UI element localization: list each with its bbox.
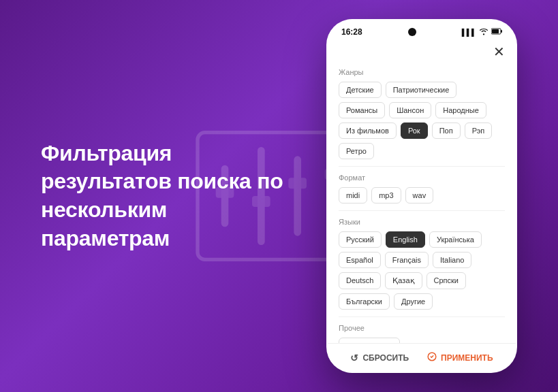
divider-2: [339, 210, 505, 211]
format-section: Формат midi mp3 wav: [339, 174, 505, 203]
tag-russkiy[interactable]: Русский: [339, 231, 382, 248]
phone-notch: [408, 28, 416, 36]
languages-section: Языки Русский English Українська Español…: [339, 218, 505, 310]
left-text-block: Фильтрация результатов поиска по несколь…: [41, 140, 326, 252]
reset-button[interactable]: ↺ СБРОСИТЬ: [350, 353, 409, 363]
tag-kazak[interactable]: Қазақ: [385, 272, 422, 289]
tag-rep[interactable]: Рэп: [465, 122, 493, 139]
status-icons: ▌▌▌: [462, 27, 502, 37]
tag-ukrainska[interactable]: Українська: [429, 231, 482, 248]
other-section: Прочее Только дуэты: [339, 324, 505, 343]
languages-tags: Русский English Українська Español Franç…: [339, 231, 505, 310]
tag-english[interactable]: English: [386, 231, 425, 248]
tag-deutsch[interactable]: Deutsch: [339, 272, 381, 289]
tag-rok[interactable]: Рок: [401, 122, 428, 139]
divider-1: [339, 166, 505, 167]
svg-rect-10: [492, 29, 499, 33]
phone-content: ✕ Жанры Детские Патриотические Романсы Ш…: [328, 41, 516, 343]
languages-label: Языки: [339, 218, 505, 226]
apply-icon: [427, 352, 437, 363]
tag-wav[interactable]: wav: [405, 187, 434, 203]
status-bar: 16:28 ▌▌▌: [328, 20, 516, 41]
tag-retro[interactable]: Ретро: [339, 143, 374, 159]
close-btn-row: ✕: [339, 41, 505, 65]
other-label: Прочее: [339, 324, 505, 332]
tag-narodnye[interactable]: Народные: [435, 102, 486, 118]
tag-midi[interactable]: midi: [339, 187, 367, 203]
other-tags: Только дуэты: [339, 338, 505, 343]
tag-mp3[interactable]: mp3: [371, 187, 401, 203]
tag-srpski[interactable]: Српски: [427, 272, 466, 289]
svg-rect-11: [501, 30, 502, 33]
reset-icon: ↺: [350, 353, 358, 363]
bottom-action-bar: ↺ СБРОСИТЬ ПРИМЕНИТЬ: [328, 343, 516, 372]
format-label: Формат: [339, 174, 505, 182]
tag-espanol[interactable]: Español: [339, 252, 381, 268]
tag-patrioticheskie[interactable]: Патриотические: [386, 82, 457, 98]
apply-label: ПРИМЕНИТЬ: [441, 353, 493, 363]
battery-icon: [491, 28, 502, 36]
tag-detskie[interactable]: Детские: [339, 82, 382, 98]
divider-3: [339, 316, 505, 317]
format-tags: midi mp3 wav: [339, 187, 505, 203]
genres-label: Жанры: [339, 68, 505, 76]
tag-tolko-duety[interactable]: Только дуэты: [339, 338, 400, 343]
time-display: 16:28: [341, 27, 362, 37]
wifi-icon: [479, 27, 489, 37]
content-wrapper: Фильтрация результатов поиска по несколь…: [0, 0, 558, 392]
tag-romansy[interactable]: Романсы: [339, 102, 385, 118]
genres-section: Жанры Детские Патриотические Романсы Шан…: [339, 68, 505, 159]
tag-francais[interactable]: Français: [385, 252, 429, 268]
tag-iz-filmov[interactable]: Из фильмов: [339, 122, 397, 139]
tag-drugie[interactable]: Другие: [394, 293, 433, 310]
phone-mockup: 16:28 ▌▌▌: [326, 19, 517, 373]
tag-shanson[interactable]: Шансон: [389, 102, 431, 118]
genres-tags: Детские Патриотические Романсы Шансон На…: [339, 82, 505, 159]
apply-button[interactable]: ПРИМЕНИТЬ: [427, 352, 493, 363]
tag-balgarski[interactable]: Български: [339, 293, 390, 310]
signal-icon: ▌▌▌: [462, 29, 476, 36]
main-heading: Фильтрация результатов поиска по несколь…: [41, 140, 299, 252]
tag-pop[interactable]: Поп: [432, 122, 461, 139]
reset-label: СБРОСИТЬ: [362, 353, 409, 363]
close-button[interactable]: ✕: [493, 44, 505, 60]
tag-italiano[interactable]: Italiano: [433, 252, 471, 268]
